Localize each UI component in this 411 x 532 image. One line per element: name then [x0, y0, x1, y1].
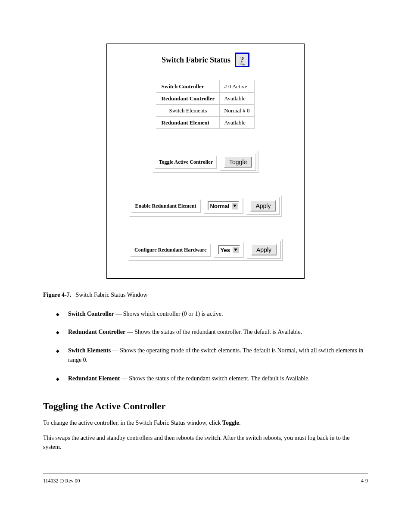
list-item: ◆ Switch Controller — Shows which contro…: [56, 309, 368, 319]
panel-title: Switch Fabric Status: [162, 56, 230, 65]
top-rule: [43, 26, 368, 26]
status-table: Switch Controller # 0 Active Redundant C…: [156, 80, 255, 129]
list-item: ◆ Redundant Element — Shows the status o…: [56, 374, 368, 383]
table-row: Redundant Element Available: [157, 117, 255, 129]
chevron-down-icon: [231, 202, 238, 209]
description-list: ◆ Switch Controller — Shows which contro…: [56, 309, 368, 383]
status-value: Normal # 0: [219, 105, 254, 117]
section-heading: Toggling the Active Controller: [43, 401, 368, 412]
status-value: # 0 Active: [219, 81, 254, 93]
status-label: Switch Controller: [157, 81, 220, 93]
enable-label: Enable Redundant Element: [135, 203, 196, 209]
table-row: Switch Elements Normal # 0: [157, 105, 255, 117]
configure-label: Configure Redundant Hardware: [134, 247, 207, 253]
body-paragraph: To change the active controller, in the …: [43, 418, 368, 427]
figure-caption: Figure 4-7. Switch Fabric Status Window: [43, 292, 368, 299]
enable-select[interactable]: Normal: [208, 201, 240, 211]
svg-marker-1: [234, 249, 237, 251]
toggle-label: Toggle Active Controller: [159, 159, 213, 165]
bullet-icon: ◆: [56, 376, 59, 383]
enable-apply-button[interactable]: Apply: [250, 200, 276, 212]
enable-row: Enable Redundant Element Normal Apply: [129, 195, 283, 217]
configure-select[interactable]: Yes: [218, 245, 240, 255]
svg-marker-0: [233, 205, 237, 207]
bullet-icon: ◆: [56, 348, 59, 365]
bullet-icon: ◆: [56, 311, 59, 319]
status-value: Available: [219, 93, 254, 105]
toggle-row: Toggle Active Controller Toggle: [153, 151, 259, 173]
bullet-icon: ◆: [56, 329, 59, 337]
body-paragraph: This swaps the active and standby contro…: [43, 433, 368, 451]
footer-right: 4-9: [361, 478, 368, 484]
help-icon[interactable]: ? Help: [235, 53, 249, 67]
page-footer: 114032-D Rev 00 4-9: [43, 478, 368, 484]
table-row: Switch Controller # 0 Active: [157, 81, 255, 93]
chevron-down-icon: [232, 246, 239, 253]
configure-row: Configure Redundant Hardware Yes Apply: [128, 239, 283, 261]
configure-apply-button[interactable]: Apply: [251, 244, 277, 255]
table-row: Redundant Controller Available: [157, 93, 255, 105]
switch-fabric-panel: Switch Fabric Status ? Help Switch Contr…: [106, 44, 305, 279]
toggle-button[interactable]: Toggle: [224, 156, 252, 168]
bottom-rule: [43, 473, 368, 473]
list-item: ◆ Switch Elements — Shows the operating …: [56, 346, 368, 365]
status-value: Available: [219, 117, 254, 129]
status-label: Switch Elements: [157, 105, 220, 117]
status-label: Redundant Controller: [157, 93, 220, 105]
list-item: ◆ Redundant Controller — Shows the statu…: [56, 327, 368, 337]
status-label: Redundant Element: [157, 117, 220, 129]
footer-left: 114032-D Rev 00: [43, 478, 80, 484]
